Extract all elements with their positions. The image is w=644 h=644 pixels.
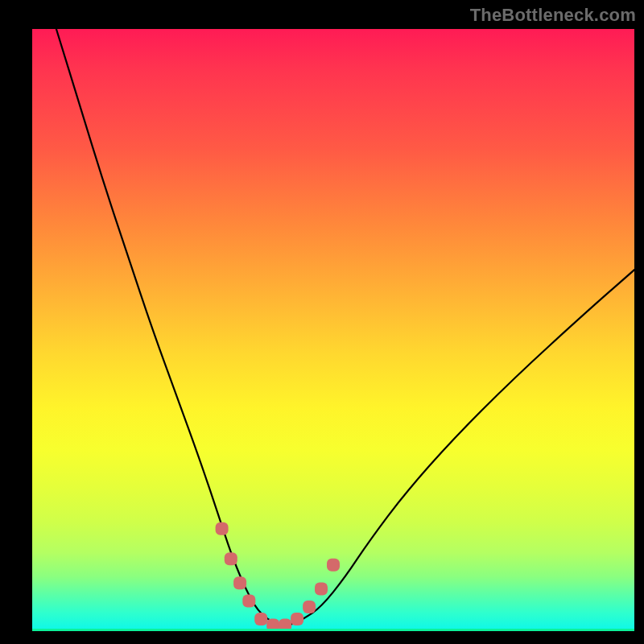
marker-point — [216, 522, 229, 535]
marker-group — [216, 522, 340, 631]
marker-point — [291, 613, 303, 625]
curve-layer — [32, 29, 634, 631]
marker-point — [279, 619, 291, 632]
marker-point — [242, 595, 255, 608]
marker-point — [266, 619, 279, 632]
chart-frame: TheBottleneck.com — [0, 0, 644, 644]
marker-point — [225, 552, 237, 565]
bottleneck-curve — [56, 29, 634, 625]
marker-point — [254, 613, 267, 625]
marker-point — [233, 576, 246, 589]
marker-point — [315, 583, 328, 596]
watermark-text: TheBottleneck.com — [470, 5, 636, 26]
marker-point — [303, 601, 316, 613]
marker-point — [327, 559, 340, 572]
plot-area — [32, 29, 634, 631]
